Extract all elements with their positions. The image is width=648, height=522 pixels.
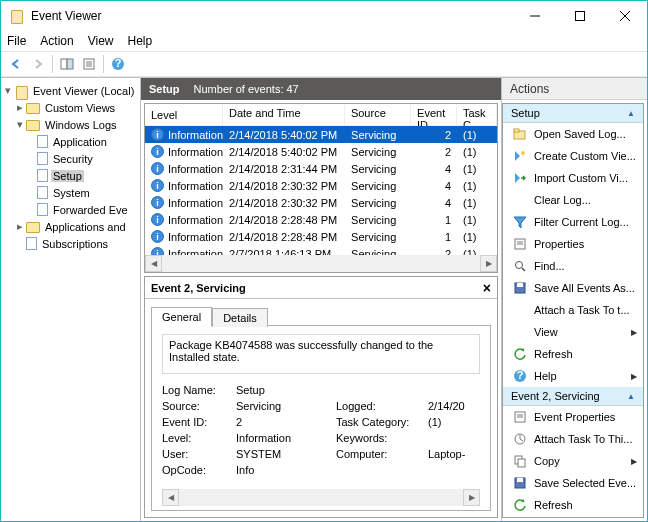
log-icon [37, 169, 48, 182]
show-hide-tree-button[interactable] [56, 53, 78, 75]
source: Servicing [345, 146, 411, 158]
label-event-id: Event ID: [162, 416, 236, 428]
window-title: Event Viewer [31, 9, 512, 23]
tree-security[interactable]: Security [3, 150, 138, 167]
tree-root[interactable]: ▾Event Viewer (Local) [3, 82, 138, 99]
table-row[interactable]: iInformation2/14/2018 2:31:44 PMServicin… [145, 160, 497, 177]
label: Applications and [43, 221, 128, 233]
tree-system[interactable]: System [3, 184, 138, 201]
action-save-all-events[interactable]: Save All Events As... [503, 277, 643, 299]
events-grid[interactable]: Level Date and Time Source Event ID Task… [144, 103, 498, 273]
close-button[interactable] [602, 1, 647, 31]
scroll-left-button[interactable]: ◀ [162, 489, 179, 506]
col-level[interactable]: Level [145, 104, 223, 125]
table-row[interactable]: iInformation2/14/2018 5:40:02 PMServicin… [145, 143, 497, 160]
action-clear-log[interactable]: Clear Log... [503, 189, 643, 211]
col-date[interactable]: Date and Time [223, 104, 345, 125]
app-icon [9, 8, 25, 24]
table-row[interactable]: iInformation2/14/2018 2:30:32 PMServicin… [145, 194, 497, 211]
action-refresh-event[interactable]: Refresh [503, 494, 643, 516]
menu-view[interactable]: View [88, 34, 114, 48]
collapse-icon[interactable]: ▾ [3, 86, 12, 95]
tab-general[interactable]: General [151, 307, 212, 326]
detail-h-scrollbar[interactable]: ◀▶ [162, 489, 480, 506]
tree-application[interactable]: Application [3, 133, 138, 150]
tree-custom-views[interactable]: ▸Custom Views [3, 99, 138, 116]
label: Properties [534, 238, 584, 250]
event-id: 1 [411, 214, 457, 226]
action-event-properties[interactable]: Event Properties [503, 406, 643, 428]
titlebar[interactable]: Event Viewer [1, 1, 647, 31]
detail-header: Event 2, Servicing× [145, 277, 497, 299]
col-event-id[interactable]: Event ID [411, 104, 457, 125]
action-help-submenu[interactable]: ?Help▶ [503, 365, 643, 387]
source: Servicing [345, 197, 411, 209]
label-task-category: Task Category: [336, 416, 428, 428]
tree-subscriptions[interactable]: Subscriptions [3, 235, 138, 252]
tree-forwarded[interactable]: Forwarded Eve [3, 201, 138, 218]
toolbar-separator [52, 55, 53, 73]
action-save-selected[interactable]: Save Selected Eve... [503, 472, 643, 494]
properties-button[interactable] [78, 53, 100, 75]
menu-action[interactable]: Action [40, 34, 73, 48]
information-icon: i [151, 247, 164, 255]
table-row[interactable]: iInformation2/7/2018 1:46:13 PMServicing… [145, 245, 497, 255]
table-row[interactable]: iInformation2/14/2018 2:28:48 PMServicin… [145, 211, 497, 228]
col-task-category[interactable]: Task C... [457, 104, 497, 125]
tree-setup[interactable]: Setup [3, 167, 138, 184]
action-properties[interactable]: Properties [503, 233, 643, 255]
action-import-custom-view[interactable]: Import Custom Vi... [503, 167, 643, 189]
scroll-right-button[interactable]: ▶ [480, 255, 497, 272]
scroll-left-button[interactable]: ◀ [145, 255, 162, 272]
action-attach-task-event[interactable]: Attach Task To Thi... [503, 428, 643, 450]
level: Information [168, 163, 223, 175]
menu-file[interactable]: File [7, 34, 26, 48]
expand-icon[interactable]: ▸ [15, 103, 24, 112]
minimize-button[interactable] [512, 1, 557, 31]
actions-section-setup[interactable]: Setup▲ [503, 104, 643, 123]
tree-apps-services[interactable]: ▸Applications and [3, 218, 138, 235]
event-viewer-window: Event Viewer File Action View Help ? ▾Ev… [0, 0, 648, 522]
actions-section-event[interactable]: Event 2, Servicing▲ [503, 387, 643, 406]
event-id: 4 [411, 163, 457, 175]
table-row[interactable]: iInformation2/14/2018 2:28:48 PMServicin… [145, 228, 497, 245]
action-find[interactable]: Find... [503, 255, 643, 277]
action-open-saved-log[interactable]: Open Saved Log... [503, 123, 643, 145]
tab-details[interactable]: Details [212, 308, 268, 327]
col-source[interactable]: Source [345, 104, 411, 125]
maximize-button[interactable] [557, 1, 602, 31]
forward-button[interactable] [27, 53, 49, 75]
task-cat: (1) [457, 163, 497, 175]
action-attach-task[interactable]: Attach a Task To t... [503, 299, 643, 321]
expand-icon[interactable]: ▸ [15, 222, 24, 231]
event-id: 4 [411, 180, 457, 192]
detail-tabs: General Details [145, 299, 497, 325]
action-refresh[interactable]: Refresh [503, 343, 643, 365]
collapse-icon[interactable]: ▾ [15, 120, 24, 129]
close-detail-button[interactable]: × [483, 280, 491, 296]
event-message[interactable]: Package KB4074588 was successfully chang… [162, 334, 480, 374]
action-copy-submenu[interactable]: Copy▶ [503, 450, 643, 472]
action-create-custom-view[interactable]: Create Custom Vie... [503, 145, 643, 167]
grid-body[interactable]: iInformation2/14/2018 5:40:02 PMServicin… [145, 126, 497, 255]
task-cat: (1) [457, 231, 497, 243]
table-row[interactable]: iInformation2/14/2018 2:30:32 PMServicin… [145, 177, 497, 194]
tree-pane[interactable]: ▾Event Viewer (Local) ▸Custom Views ▾Win… [1, 78, 141, 521]
help-button[interactable]: ? [107, 53, 129, 75]
create-view-icon [513, 149, 527, 163]
back-button[interactable] [5, 53, 27, 75]
scroll-right-button[interactable]: ▶ [463, 489, 480, 506]
value-user: SYSTEM [236, 448, 336, 460]
tree-windows-logs[interactable]: ▾Windows Logs [3, 116, 138, 133]
action-help-event-submenu[interactable]: ?Help▶ [503, 516, 643, 518]
folder-icon [26, 222, 40, 233]
label: Custom Views [43, 102, 117, 114]
help-icon: ? [513, 369, 527, 383]
action-filter-log[interactable]: Filter Current Log... [503, 211, 643, 233]
menu-help[interactable]: Help [128, 34, 153, 48]
action-view-submenu[interactable]: View▶ [503, 321, 643, 343]
label-opcode: OpCode: [162, 464, 236, 476]
grid-h-scrollbar[interactable]: ◀▶ [145, 255, 497, 272]
table-row[interactable]: iInformation2/14/2018 5:40:02 PMServicin… [145, 126, 497, 143]
log-title: Setup [149, 83, 180, 95]
